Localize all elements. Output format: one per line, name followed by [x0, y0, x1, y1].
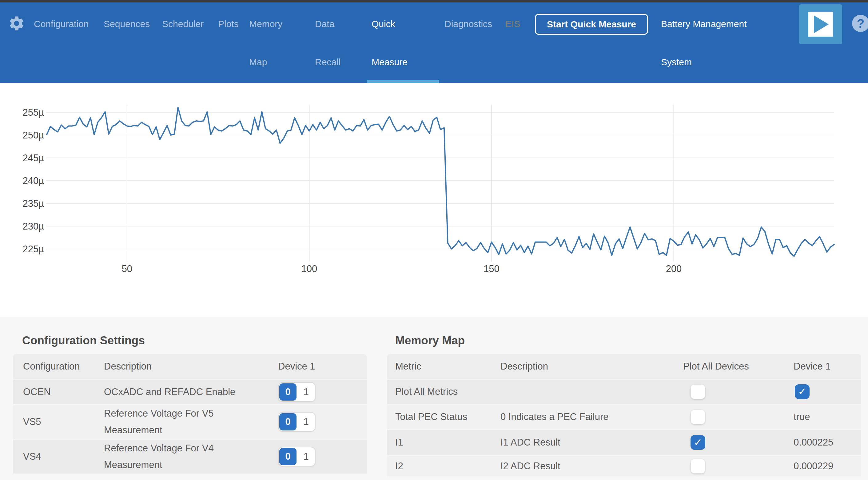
metric-name: I2 [395, 460, 403, 472]
memory-map-table: Metric Description Plot All Devices Devi… [387, 354, 861, 476]
nav-item-label: Plots [218, 18, 239, 30]
checkmark-icon: ✓ [795, 384, 810, 399]
nav-item-label: Memory [249, 18, 282, 30]
config-name: OCEN [23, 387, 51, 397]
nav-item-label: Sequences [104, 18, 150, 30]
svg-text:100: 100 [301, 263, 317, 274]
plot-all-devices-checkbox[interactable]: ✓ [690, 435, 705, 450]
device1-value: 0.000229 [794, 460, 833, 472]
nav-item-label: Scheduler [162, 18, 204, 30]
nav-item-label: Configuration [34, 18, 89, 30]
config-description: Reference Voltage For V5 Measurement [104, 405, 245, 439]
column-header: Description [500, 361, 697, 372]
svg-text:50: 50 [122, 263, 132, 274]
table-row: I2 I2 ADC Result ✓ 0.000229 [387, 455, 861, 476]
checkmark-icon: ✓ [690, 435, 705, 450]
svg-text:235µ: 235µ [23, 198, 44, 209]
plot-all-devices-checkbox[interactable]: ✓ [690, 410, 705, 424]
app-window: Configuration Sequences Scheduler Plots … [0, 0, 868, 480]
svg-text:230µ: 230µ [23, 221, 44, 232]
column-header: Device 1 [794, 361, 831, 372]
svg-text:245µ: 245µ [23, 153, 44, 163]
svg-text:250µ: 250µ [23, 130, 44, 141]
metric-name: Plot All Metrics [395, 386, 458, 397]
bit-toggle[interactable]: 0 1 [278, 412, 316, 432]
nav-item-label: Data [315, 18, 334, 30]
metric-description: I2 ADC Result [500, 460, 697, 472]
svg-text:225µ: 225µ [23, 244, 44, 254]
config-name: VS5 [23, 416, 41, 427]
gear-icon[interactable] [8, 15, 25, 32]
config-settings-title: Configuration Settings [22, 334, 145, 347]
table-row: VS4 Reference Voltage For V4 Measurement… [13, 439, 367, 474]
column-header: Device 1 [278, 361, 315, 372]
table-row: OCEN OCxADC and REFADC Enable 0 1 [13, 379, 367, 404]
bit-toggle[interactable]: 0 1 [278, 447, 316, 467]
config-description: OCxADC and REFADC Enable [104, 387, 245, 397]
device1-value: true [794, 411, 810, 422]
help-icon[interactable]: ? [852, 15, 868, 32]
nav-item-label: Recall [315, 56, 341, 68]
config-settings-table: Configuration Description Device 1 OCEN … [13, 354, 367, 474]
metric-name: I1 [395, 437, 403, 448]
metric-name: Total PEC Status [395, 411, 467, 422]
bottom-panel-section: Configuration Settings Memory Map Config… [0, 317, 868, 480]
device1-checkbox[interactable]: ✓ [795, 384, 810, 399]
memory-map-title: Memory Map [395, 334, 465, 347]
svg-text:200: 200 [666, 263, 682, 274]
column-header: Metric [395, 361, 421, 372]
svg-text:150: 150 [484, 263, 499, 274]
svg-text:240µ: 240µ [23, 175, 44, 186]
toggle-option-0[interactable]: 0 [279, 383, 297, 400]
table-header-row: Metric Description Plot All Devices Devi… [387, 354, 861, 379]
svg-text:255µ: 255µ [23, 107, 44, 118]
table-row: VS5 Reference Voltage For V5 Measurement… [13, 404, 367, 439]
metric-description: 0 Indicates a PEC Failure [500, 411, 697, 422]
nav-item-label: Map [249, 56, 267, 68]
toggle-option-0[interactable]: 0 [279, 448, 297, 465]
bit-toggle[interactable]: 0 1 [278, 382, 316, 402]
window-top-strip [0, 0, 868, 2]
play-button[interactable] [799, 4, 842, 44]
metric-description: I1 ADC Result [500, 437, 697, 448]
nav-item-label: Quick [372, 18, 395, 30]
toggle-option-1[interactable]: 1 [297, 447, 315, 466]
nav-item-label: EIS [505, 18, 520, 30]
nav-item-label: Measure [372, 56, 407, 68]
play-icon [808, 12, 833, 37]
gear-icon-svg [8, 15, 25, 32]
config-description: Reference Voltage For V4 Measurement [104, 440, 245, 473]
column-header: Plot All Devices [683, 361, 749, 372]
brand-line1: Battery Management [661, 18, 746, 30]
measurement-line-chart: 255µ250µ245µ240µ235µ230µ225µ50100150200 [0, 83, 868, 317]
table-row: Plot All Metrics ✓ ✓ [387, 379, 861, 404]
column-header: Configuration [23, 361, 80, 372]
plot-all-devices-checkbox[interactable]: ✓ [690, 384, 705, 399]
top-navbar: Configuration Sequences Scheduler Plots … [0, 2, 868, 83]
column-header: Description [104, 361, 245, 372]
table-header-row: Configuration Description Device 1 [13, 354, 367, 379]
toggle-option-1[interactable]: 1 [297, 383, 315, 401]
plot-all-devices-checkbox[interactable]: ✓ [690, 459, 705, 474]
device1-value: 0.000225 [794, 437, 833, 448]
nav-item-label: Diagnostics [444, 18, 492, 30]
toggle-option-1[interactable]: 1 [297, 413, 315, 431]
config-name: VS4 [23, 451, 41, 462]
table-row: I1 I1 ADC Result ✓ 0.000225 [387, 429, 861, 455]
brand-line2: System [661, 56, 692, 68]
start-quick-measure-button[interactable]: Start Quick Measure [535, 14, 648, 35]
table-row: Total PEC Status 0 Indicates a PEC Failu… [387, 404, 861, 429]
toggle-option-0[interactable]: 0 [279, 413, 297, 430]
active-tab-underline [367, 80, 439, 83]
